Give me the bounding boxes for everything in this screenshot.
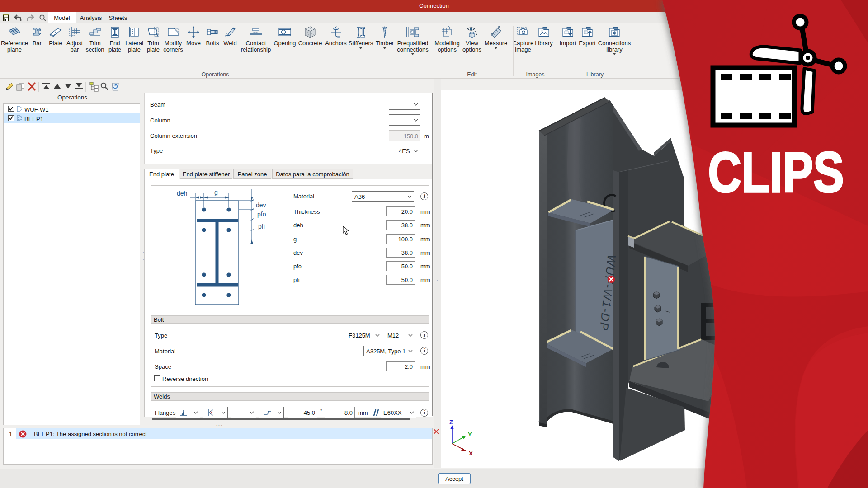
svg-text:CLIPS: CLIPS	[708, 141, 844, 204]
